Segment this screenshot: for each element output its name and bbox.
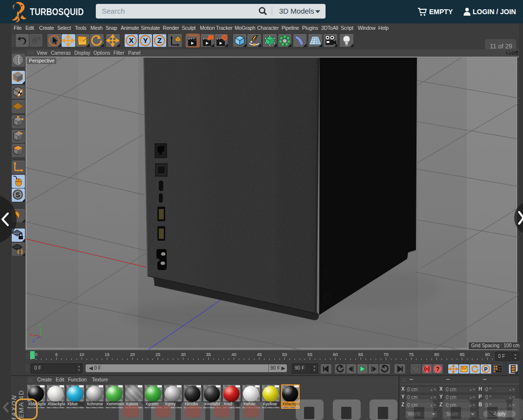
svg-text:P: P — [484, 366, 487, 372]
svg-text:40: 40 — [231, 352, 236, 357]
svg-text:80: 80 — [434, 352, 439, 357]
svg-text:5: 5 — [55, 352, 58, 357]
svg-text:25: 25 — [155, 352, 160, 357]
svg-text:90: 90 — [485, 352, 490, 357]
svg-text:X: X — [29, 333, 32, 337]
svg-text:60: 60 — [333, 352, 338, 357]
svg-text:X: X — [129, 36, 133, 44]
svg-text:45: 45 — [257, 352, 262, 357]
svg-text:?: ? — [436, 366, 439, 373]
svg-text:30: 30 — [181, 352, 186, 357]
svg-text:Z: Z — [157, 36, 162, 44]
svg-text:Z: Z — [32, 338, 35, 343]
svg-text:20: 20 — [130, 352, 135, 357]
svg-text:35: 35 — [206, 352, 211, 357]
svg-text:50: 50 — [282, 352, 287, 357]
svg-text:65: 65 — [358, 352, 363, 357]
svg-text:Y: Y — [39, 323, 42, 328]
svg-text:70: 70 — [384, 352, 389, 357]
svg-text:85: 85 — [459, 352, 464, 357]
svg-text:15: 15 — [105, 352, 109, 357]
svg-text:0: 0 — [35, 352, 38, 357]
svg-text:Y: Y — [143, 36, 148, 44]
svg-text:75: 75 — [409, 352, 414, 357]
svg-text:55: 55 — [307, 352, 312, 357]
svg-text:10: 10 — [79, 352, 84, 357]
